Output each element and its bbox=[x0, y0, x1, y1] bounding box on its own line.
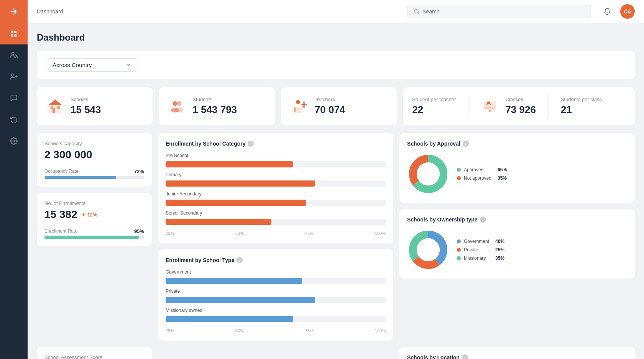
bar-private: Private bbox=[166, 289, 386, 303]
enrollment-rate-progress bbox=[44, 236, 144, 239]
page-title: Dashboard bbox=[37, 32, 635, 43]
svg-rect-26 bbox=[301, 104, 307, 105]
sidebar-item-dashboard[interactable] bbox=[0, 23, 28, 44]
svg-point-5 bbox=[12, 52, 14, 55]
enrollments-badge: 12% bbox=[81, 212, 97, 218]
svg-point-19 bbox=[177, 101, 182, 106]
topbar: Dashboard CA bbox=[28, 0, 644, 23]
bar-preschool: Pre School bbox=[166, 153, 386, 167]
schools-info: Schools 15 543 bbox=[71, 97, 143, 116]
students-value: 1 543 793 bbox=[192, 104, 265, 116]
svg-rect-13 bbox=[53, 108, 55, 113]
occupancy-label-row: Occupancy Rate 72% bbox=[44, 169, 144, 174]
schools-value: 15 543 bbox=[71, 104, 143, 116]
enrollment-rate-label-row: Enrollment Rate 95% bbox=[44, 228, 144, 234]
occupancy-pct: 72% bbox=[134, 169, 144, 174]
category-axis: 25% 50% 75% 100% bbox=[166, 229, 386, 236]
location-info[interactable]: i bbox=[462, 354, 468, 359]
search-box[interactable] bbox=[407, 5, 591, 18]
schools-icon bbox=[46, 97, 64, 115]
country-filter-dropdown[interactable]: Across Country bbox=[46, 58, 138, 72]
svg-point-6 bbox=[12, 74, 14, 77]
sidebar-item-user-add[interactable] bbox=[0, 66, 28, 87]
svg-rect-3 bbox=[11, 34, 13, 37]
legend-government: Government 40% bbox=[457, 239, 504, 244]
spt-value: 22 bbox=[412, 104, 456, 116]
svg-point-38 bbox=[417, 238, 440, 261]
enrollment-category-bars: Pre School Primary Junior Secondary bbox=[166, 153, 386, 225]
legend-approved: Approved 65% bbox=[457, 167, 507, 172]
enrollment-type-title: Enrollment by School Type i bbox=[166, 257, 386, 263]
schools-by-approval-card: Schools by Approval i bbox=[399, 133, 635, 203]
topbar-actions: CA bbox=[600, 4, 635, 19]
enrollment-category-info[interactable]: i bbox=[248, 141, 254, 147]
spc-label: Students per class bbox=[561, 97, 602, 102]
stats-row: Schools 15 543 Students 1 543 793 bbox=[37, 87, 635, 125]
stat-teachers: Teachers 70 074 bbox=[281, 87, 397, 125]
teachers-icon bbox=[290, 97, 309, 115]
stat-combined: Student per teacher 22 bbox=[403, 87, 635, 125]
legend-not-approved: Not approved 35% bbox=[457, 175, 507, 181]
search-icon bbox=[414, 8, 419, 15]
occupancy-progress bbox=[44, 176, 144, 179]
main-content: Dashboard CA Dashboard Across Country bbox=[28, 0, 644, 359]
bottom-row: School Assessment Score 82% 12% Schools … bbox=[37, 347, 635, 359]
legend-private: Private 25% bbox=[457, 247, 504, 252]
notifications-button[interactable] bbox=[600, 5, 614, 18]
svg-rect-14 bbox=[51, 106, 53, 109]
ownership-donut bbox=[407, 229, 449, 271]
svg-rect-17 bbox=[54, 99, 57, 102]
bar-senior-secondary: Senior Secondary bbox=[166, 210, 386, 225]
user-avatar[interactable]: CA bbox=[620, 4, 635, 19]
occupancy-text: Occupancy Rate bbox=[44, 169, 79, 174]
svg-rect-30 bbox=[489, 110, 491, 112]
bar-primary: Primary bbox=[166, 172, 386, 187]
type-axis: 25% 50% 75% 100% bbox=[166, 327, 386, 333]
filter-label: Across Country bbox=[53, 62, 92, 68]
classes-label: Classes bbox=[505, 97, 536, 102]
sidebar-logo[interactable] bbox=[0, 0, 28, 23]
classes-info: Classes 73 926 bbox=[505, 97, 536, 116]
teachers-value: 70 074 bbox=[315, 104, 388, 116]
search-input[interactable] bbox=[422, 8, 585, 15]
classes-icon bbox=[481, 97, 499, 115]
arrow-down-icon bbox=[81, 212, 86, 217]
approval-donut bbox=[407, 153, 449, 195]
students-icon bbox=[168, 97, 186, 115]
svg-rect-29 bbox=[485, 108, 495, 109]
ownership-donut-section: Government 40% Private 25% Missionary bbox=[407, 229, 627, 271]
spt-label: Student per teacher bbox=[412, 97, 456, 102]
sidebar-item-users[interactable] bbox=[0, 44, 28, 66]
sidebar-item-history[interactable] bbox=[0, 109, 28, 130]
left-column: Schools capacity 2 300 000 Occupancy Rat… bbox=[37, 133, 152, 341]
stat-student-per-teacher: Student per teacher 22 bbox=[412, 97, 456, 116]
ownership-info[interactable]: i bbox=[480, 216, 486, 223]
enrollments-card: No. of Enrollments 15 382 12% Enrollment… bbox=[37, 193, 152, 246]
svg-line-11 bbox=[418, 12, 419, 13]
content-area: Dashboard Across Country bbox=[28, 23, 644, 359]
location-title: Schools by Location i bbox=[407, 354, 627, 359]
middle-column: Enrollment by School Category i Pre Scho… bbox=[158, 133, 393, 341]
students-label: Students bbox=[192, 97, 265, 102]
enrollment-type-info[interactable]: i bbox=[237, 257, 243, 263]
teachers-info: Teachers 70 074 bbox=[315, 97, 388, 116]
enrollment-by-type-card: Enrollment by School Type i Government P… bbox=[158, 249, 393, 341]
stat-students: Students 1 543 793 bbox=[159, 87, 274, 125]
filter-card: Across Country bbox=[37, 51, 635, 79]
svg-point-21 bbox=[175, 108, 183, 112]
sidebar-item-settings[interactable] bbox=[0, 130, 28, 152]
legend-missionary: Missionary 35% bbox=[457, 256, 504, 261]
svg-point-9 bbox=[13, 140, 15, 142]
svg-point-34 bbox=[417, 162, 440, 185]
topbar-title: Dashboard bbox=[37, 8, 407, 15]
sidebar-item-messages[interactable] bbox=[0, 87, 28, 109]
occupancy-fill bbox=[44, 176, 116, 179]
svg-rect-1 bbox=[11, 31, 13, 33]
capacity-label: Schools capacity bbox=[44, 141, 144, 146]
svg-rect-27 bbox=[484, 101, 496, 110]
approval-info[interactable]: i bbox=[463, 141, 469, 147]
chevron-down-icon bbox=[125, 62, 131, 68]
bar-missionary: Missionary owned bbox=[166, 308, 386, 322]
svg-point-28 bbox=[487, 102, 490, 104]
ownership-legend: Government 40% Private 25% Missionary bbox=[457, 239, 504, 261]
